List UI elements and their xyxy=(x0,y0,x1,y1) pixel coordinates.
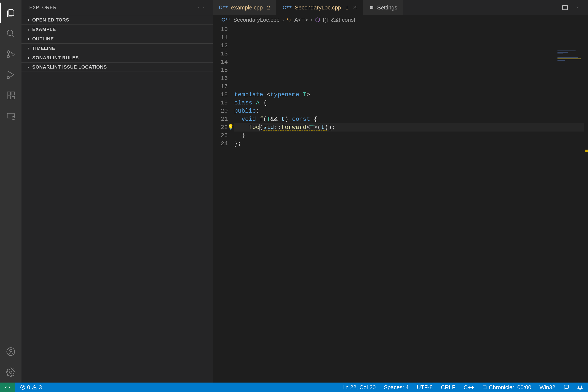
tab-label: SecondaryLoc.cpp xyxy=(295,4,341,11)
chevron-down-icon: › xyxy=(26,65,31,69)
status-host[interactable]: Win32 xyxy=(538,384,556,391)
error-count: 0 xyxy=(27,384,30,391)
sidebar: EXPLORER ··· › OPEN EDITORS › EXAMPLE › … xyxy=(22,0,213,382)
status-encoding[interactable]: UTF-8 xyxy=(416,384,434,391)
svg-point-2 xyxy=(7,51,10,53)
minimap[interactable] xyxy=(558,50,583,65)
chevron-right-icon: › xyxy=(27,27,30,32)
code-content[interactable]: template <typename T>class A {public: vo… xyxy=(234,24,588,382)
tab-settings[interactable]: Settings xyxy=(363,0,404,15)
search-activity-icon[interactable] xyxy=(0,23,22,44)
code-line[interactable] xyxy=(234,34,588,42)
section-label: OPEN EDITORS xyxy=(32,17,69,23)
code-line[interactable]: 💡 foo(std::forward<T>(t)); xyxy=(234,123,588,132)
status-feedback-icon[interactable] xyxy=(562,384,570,390)
breadcrumb-method: f(T &&) const xyxy=(323,16,355,23)
debug-activity-icon[interactable] xyxy=(0,64,22,85)
status-chronicler[interactable]: Chronicler: 00:00 xyxy=(481,384,532,391)
status-eol[interactable]: CRLF xyxy=(440,384,457,391)
tab-bar: C⁺⁺ example.cpp 2 C⁺⁺ SecondaryLoc.cpp 1… xyxy=(213,0,588,15)
code-line[interactable]: void f(T&& t) const { xyxy=(234,115,588,123)
cpp-file-icon: C⁺⁺ xyxy=(219,4,228,10)
code-line[interactable]: } xyxy=(234,132,588,140)
split-editor-icon[interactable] xyxy=(562,4,568,11)
section-label: EXAMPLE xyxy=(32,27,56,32)
accounts-activity-icon[interactable] xyxy=(0,341,22,362)
sidebar-title: EXPLORER xyxy=(29,5,57,10)
svg-point-4 xyxy=(12,53,14,56)
lightbulb-icon[interactable]: 💡 xyxy=(228,123,234,132)
sidebar-section-timeline[interactable]: › TIMELINE xyxy=(22,44,213,53)
svg-rect-7 xyxy=(11,92,14,95)
chevron-right-icon: › xyxy=(27,46,30,51)
cpp-file-icon: C⁺⁺ xyxy=(221,17,230,23)
method-icon xyxy=(315,17,320,22)
breadcrumb-sep: › xyxy=(310,16,312,23)
code-line[interactable] xyxy=(234,50,588,58)
code-body[interactable]: 101112131415161718192021222324 template … xyxy=(213,24,588,382)
cpp-file-icon: C⁺⁺ xyxy=(282,4,292,10)
sidebar-section-sonarlint-issues[interactable]: › SONARLINT ISSUE LOCATIONS xyxy=(22,62,213,72)
svg-point-20 xyxy=(370,8,371,9)
status-line-col[interactable]: Ln 22, Col 20 xyxy=(341,384,377,391)
remote-indicator[interactable] xyxy=(0,382,15,392)
code-line[interactable]: public: xyxy=(234,107,588,115)
source-control-activity-icon[interactable] xyxy=(0,44,22,64)
tab-badge: 1 xyxy=(345,4,348,11)
extensions-activity-icon[interactable] xyxy=(0,85,22,106)
code-line[interactable]: }; xyxy=(234,140,588,148)
editor-area: C⁺⁺ example.cpp 2 C⁺⁺ SecondaryLoc.cpp 1… xyxy=(213,0,588,382)
code-line[interactable]: class A { xyxy=(234,99,588,107)
tab-secondaryloc[interactable]: C⁺⁺ SecondaryLoc.cpp 1 × xyxy=(276,0,363,15)
sidebar-section-outline[interactable]: › OUTLINE xyxy=(22,34,213,44)
sidebar-section-example[interactable]: › EXAMPLE xyxy=(22,24,213,34)
breadcrumb-sep: › xyxy=(282,16,284,23)
class-icon xyxy=(286,17,292,22)
breadcrumb-class: A<T> xyxy=(294,16,308,23)
sidebar-section-sonarlint-rules[interactable]: › SONARLINT RULES xyxy=(22,53,213,62)
status-bell-icon[interactable] xyxy=(576,384,584,390)
breadcrumb-file: SecondaryLoc.cpp xyxy=(233,16,280,23)
status-problems[interactable]: 0 3 xyxy=(19,384,43,391)
svg-line-1 xyxy=(12,35,14,37)
status-spaces[interactable]: Spaces: 4 xyxy=(382,384,410,391)
svg-rect-9 xyxy=(12,97,14,99)
chevron-right-icon: › xyxy=(27,36,30,41)
explorer-activity-icon[interactable] xyxy=(0,2,22,23)
remote-activity-icon[interactable] xyxy=(0,106,22,126)
settings-activity-icon[interactable] xyxy=(0,362,22,382)
svg-point-3 xyxy=(7,56,10,58)
code-line[interactable]: template <typename T> xyxy=(234,91,588,99)
settings-icon xyxy=(369,5,374,10)
tab-badge: 2 xyxy=(267,4,270,11)
svg-rect-8 xyxy=(7,96,10,99)
code-line[interactable] xyxy=(234,42,588,50)
sidebar-more-icon[interactable]: ··· xyxy=(198,4,205,11)
section-label: OUTLINE xyxy=(32,36,54,42)
svg-point-0 xyxy=(7,30,13,36)
svg-point-14 xyxy=(10,371,12,374)
line-numbers: 101112131415161718192021222324 xyxy=(213,24,234,382)
tab-label: Settings xyxy=(377,4,397,11)
code-line[interactable] xyxy=(234,58,588,66)
sidebar-section-open-editors[interactable]: › OPEN EDITORS xyxy=(22,15,213,24)
section-label: TIMELINE xyxy=(32,46,55,51)
tab-label: example.cpp xyxy=(231,4,262,11)
svg-point-19 xyxy=(372,7,373,8)
activity-bar xyxy=(0,0,22,382)
breadcrumb[interactable]: C⁺⁺ SecondaryLoc.cpp › A<T> › f(T &&) co… xyxy=(213,15,588,24)
code-line[interactable] xyxy=(234,66,588,74)
tab-example[interactable]: C⁺⁺ example.cpp 2 xyxy=(213,0,276,15)
svg-point-13 xyxy=(10,349,12,352)
overview-ruler[interactable] xyxy=(584,49,588,382)
section-label: SONARLINT RULES xyxy=(32,55,79,60)
svg-point-18 xyxy=(370,6,371,7)
close-icon[interactable]: × xyxy=(353,4,356,11)
more-actions-icon[interactable]: ··· xyxy=(574,4,582,11)
status-language[interactable]: C++ xyxy=(462,384,476,391)
code-line[interactable] xyxy=(234,74,588,82)
code-line[interactable] xyxy=(234,82,588,91)
status-bar: 0 3 Ln 22, Col 20 Spaces: 4 UTF-8 CRLF C… xyxy=(0,382,588,392)
code-line[interactable] xyxy=(234,25,588,34)
warning-count: 3 xyxy=(39,384,42,391)
